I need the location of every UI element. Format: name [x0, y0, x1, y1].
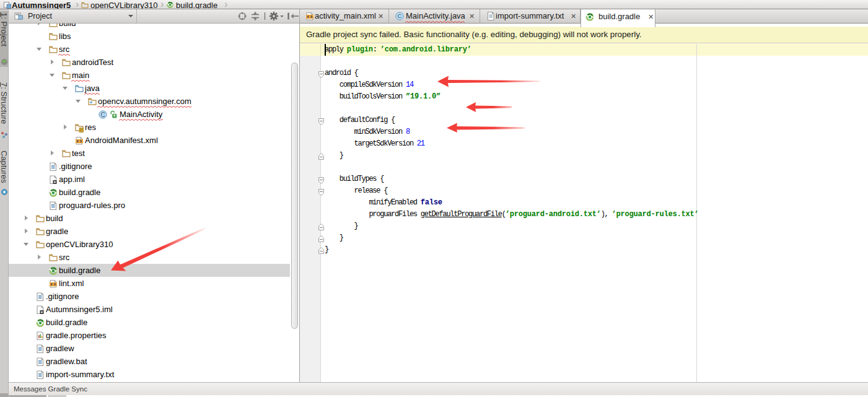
svg-text:C: C	[100, 111, 105, 118]
svg-text:C: C	[398, 12, 402, 19]
